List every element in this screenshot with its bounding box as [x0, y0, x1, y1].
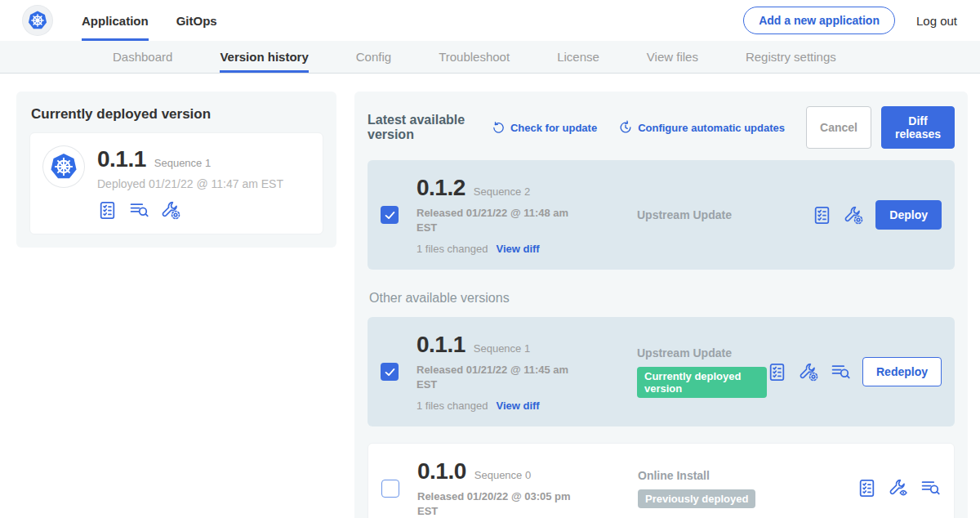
version-sequence: Sequence 1: [474, 342, 530, 355]
config-icon[interactable]: [844, 205, 864, 226]
tab-gitops[interactable]: GitOps: [176, 0, 217, 41]
config-view-icon[interactable]: [889, 478, 909, 498]
other-versions-title: Other available versions: [369, 291, 955, 306]
subnav-troubleshoot[interactable]: Troubleshoot: [439, 41, 510, 73]
clock-refresh-icon: [618, 120, 633, 135]
subnav-version-history[interactable]: Version history: [220, 41, 308, 73]
version-row-0-1-1: 0.1.1 Sequence 1 Released 01/21/22 @ 11:…: [368, 317, 955, 426]
deployed-panel-title: Currently deployed version: [31, 106, 323, 123]
version-source: Online Install: [638, 469, 857, 482]
deployed-timestamp: Deployed 01/21/22 @ 11:47 am EST: [97, 177, 283, 190]
view-diff-link[interactable]: View diff: [496, 400, 539, 412]
version-number: 0.1.1: [416, 332, 466, 358]
kubernetes-logo-icon: [23, 6, 52, 35]
logs-icon[interactable]: [920, 478, 941, 498]
version-number: 0.1.0: [417, 458, 466, 485]
subnav-view-files[interactable]: View files: [647, 41, 698, 73]
release-notes-icon[interactable]: [812, 205, 832, 226]
release-notes-icon[interactable]: [857, 478, 877, 498]
release-notes-icon[interactable]: [97, 200, 118, 221]
subnav-license[interactable]: License: [557, 41, 599, 73]
released-timestamp: Released 01/20/22 @ 03:05 pm EST: [417, 489, 585, 518]
version-checkbox[interactable]: [381, 363, 399, 381]
version-source: Upstream Update: [637, 208, 812, 221]
version-checkbox[interactable]: [381, 480, 399, 498]
version-number: 0.1.2: [416, 175, 466, 201]
check-for-update-link[interactable]: Check for update: [492, 121, 597, 135]
version-source: Upstream Update: [637, 346, 767, 359]
deployed-version-number: 0.1.1: [97, 146, 146, 172]
currently-deployed-badge: Currently deployed version: [637, 367, 767, 398]
top-navbar: Application GitOps Add a new application…: [0, 0, 980, 41]
version-sequence: Sequence 0: [474, 469, 531, 481]
deployed-sequence: Sequence 1: [154, 157, 211, 169]
files-changed: 1 files changed: [416, 400, 488, 412]
previously-deployed-badge: Previously deployed: [638, 489, 755, 508]
configure-auto-updates-label: Configure automatic updates: [638, 122, 785, 134]
version-checkbox[interactable]: [381, 206, 399, 224]
view-diff-link[interactable]: View diff: [496, 243, 539, 255]
released-timestamp: Released 01/21/22 @ 11:48 am EST: [416, 206, 584, 234]
version-sequence: Sequence 2: [474, 185, 530, 198]
subnav-config[interactable]: Config: [356, 41, 391, 73]
release-notes-icon[interactable]: [767, 362, 787, 382]
logout-link[interactable]: Log out: [916, 14, 957, 28]
configure-auto-updates-link[interactable]: Configure automatic updates: [618, 120, 785, 135]
deployed-version-card: 0.1.1 Sequence 1 Deployed 01/21/22 @ 11:…: [29, 132, 323, 234]
files-changed: 1 files changed: [416, 243, 488, 255]
config-icon[interactable]: [799, 362, 819, 382]
refresh-icon: [492, 121, 506, 135]
tab-application[interactable]: Application: [82, 0, 149, 41]
currently-deployed-panel: Currently deployed version 0.1.1 Sequenc…: [16, 92, 336, 248]
subnav-registry-settings[interactable]: Registry settings: [746, 41, 836, 73]
version-row-0-1-0: 0.1.0 Sequence 0 Released 01/20/22 @ 03:…: [368, 443, 955, 518]
redeploy-button[interactable]: Redeploy: [862, 357, 942, 386]
logs-icon[interactable]: [831, 362, 851, 382]
available-versions-panel: Latest available version Check for updat…: [354, 92, 968, 518]
subnav-dashboard[interactable]: Dashboard: [113, 41, 172, 73]
cancel-button[interactable]: Cancel: [806, 106, 871, 149]
config-icon[interactable]: [161, 200, 181, 221]
latest-available-title: Latest available version: [368, 113, 480, 142]
diff-releases-button[interactable]: Diff releases: [881, 106, 955, 149]
top-tabs: Application GitOps: [82, 0, 217, 41]
check-for-update-label: Check for update: [510, 122, 597, 134]
version-row-0-1-2: 0.1.2 Sequence 2 Released 01/21/22 @ 11:…: [368, 160, 955, 270]
released-timestamp: Released 01/21/22 @ 11:45 am EST: [416, 363, 584, 391]
app-subnav: Dashboard Version history Config Trouble…: [0, 41, 980, 74]
deploy-button[interactable]: Deploy: [875, 200, 942, 230]
app-logo-icon: [43, 146, 84, 187]
add-application-button[interactable]: Add a new application: [743, 7, 895, 34]
logs-icon[interactable]: [129, 200, 149, 221]
